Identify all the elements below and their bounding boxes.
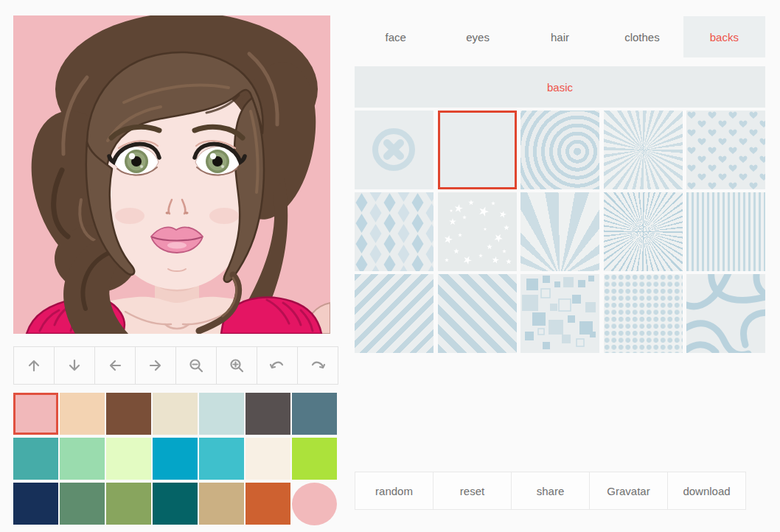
avatar-toolbar xyxy=(13,346,338,385)
color-swatch[interactable] xyxy=(199,483,244,525)
arrow-down-icon xyxy=(66,357,83,374)
color-swatch[interactable] xyxy=(246,438,290,480)
rotate-left-icon xyxy=(269,357,285,374)
background-option-squares[interactable] xyxy=(520,274,599,353)
rotate-left-button[interactable] xyxy=(257,346,298,385)
share-button[interactable]: share xyxy=(511,472,590,510)
tab-backs[interactable]: backs xyxy=(683,16,765,57)
tab-clothes[interactable]: clothes xyxy=(601,16,683,57)
move-left-button[interactable] xyxy=(94,346,136,385)
background-option-diagonal-stripes-bold[interactable] xyxy=(438,274,517,353)
current-color-swatch[interactable] xyxy=(292,483,337,525)
rotate-right-button[interactable] xyxy=(297,346,338,385)
color-swatch[interactable] xyxy=(106,393,151,435)
tab-face[interactable]: face xyxy=(355,16,436,57)
arrow-left-icon xyxy=(107,357,123,374)
color-swatch[interactable] xyxy=(13,438,58,480)
color-swatch[interactable] xyxy=(292,393,337,435)
background-option-curves[interactable] xyxy=(686,274,765,353)
background-option-sunburst[interactable] xyxy=(604,111,683,189)
gravatar-button[interactable]: Gravatar xyxy=(589,472,668,510)
color-swatch[interactable] xyxy=(13,393,58,435)
background-option-diamonds[interactable] xyxy=(355,192,433,271)
background-option-bottom-rays[interactable] xyxy=(520,192,599,271)
background-option-hearts[interactable] xyxy=(686,111,765,189)
zoom-in-button[interactable] xyxy=(216,346,257,385)
background-option-circles[interactable] xyxy=(520,111,599,189)
background-option-stars[interactable] xyxy=(438,192,517,271)
arrow-up-icon xyxy=(26,357,42,374)
background-option-dots[interactable] xyxy=(604,274,683,353)
color-swatch[interactable] xyxy=(106,438,151,480)
color-swatch[interactable] xyxy=(60,393,105,435)
color-swatch[interactable] xyxy=(153,393,198,435)
color-swatch[interactable] xyxy=(13,483,58,525)
zoom-out-button[interactable] xyxy=(175,346,217,385)
reset-button[interactable]: reset xyxy=(433,472,512,510)
color-swatch[interactable] xyxy=(106,483,151,525)
color-swatch[interactable] xyxy=(246,393,290,435)
move-up-button[interactable] xyxy=(13,346,55,385)
color-swatch[interactable] xyxy=(246,483,290,525)
background-option-plain[interactable] xyxy=(438,111,517,189)
arrow-right-icon xyxy=(147,357,164,374)
action-bar: random reset share Gravatar download xyxy=(355,472,746,510)
rotate-right-icon xyxy=(310,357,326,374)
background-option-vertical-stripes[interactable] xyxy=(686,192,765,271)
download-button[interactable]: download xyxy=(667,472,746,510)
avatar-preview xyxy=(13,15,330,334)
tab-eyes[interactable]: eyes xyxy=(436,16,518,57)
zoom-in-icon xyxy=(229,357,245,374)
color-swatch[interactable] xyxy=(199,393,244,435)
background-option-diagonal-stripes[interactable] xyxy=(355,274,433,353)
color-palette xyxy=(13,393,337,525)
color-swatch[interactable] xyxy=(153,438,198,480)
subcategory-basic[interactable]: basic xyxy=(355,66,765,108)
move-right-button[interactable] xyxy=(135,346,176,385)
random-button[interactable]: random xyxy=(355,472,433,510)
color-swatch[interactable] xyxy=(153,483,198,525)
zoom-out-icon xyxy=(188,357,204,374)
background-option-none[interactable] xyxy=(355,111,433,189)
remove-background-icon xyxy=(355,111,433,189)
tab-hair[interactable]: hair xyxy=(519,16,601,57)
color-swatch[interactable] xyxy=(292,438,337,480)
background-option-starburst-thin[interactable] xyxy=(604,192,683,271)
color-swatch[interactable] xyxy=(199,438,244,480)
color-swatch[interactable] xyxy=(60,438,105,480)
color-swatch[interactable] xyxy=(60,483,105,525)
category-tabs: face eyes hair clothes backs xyxy=(355,16,765,57)
backgrounds-grid xyxy=(355,111,765,353)
move-down-button[interactable] xyxy=(54,346,95,385)
